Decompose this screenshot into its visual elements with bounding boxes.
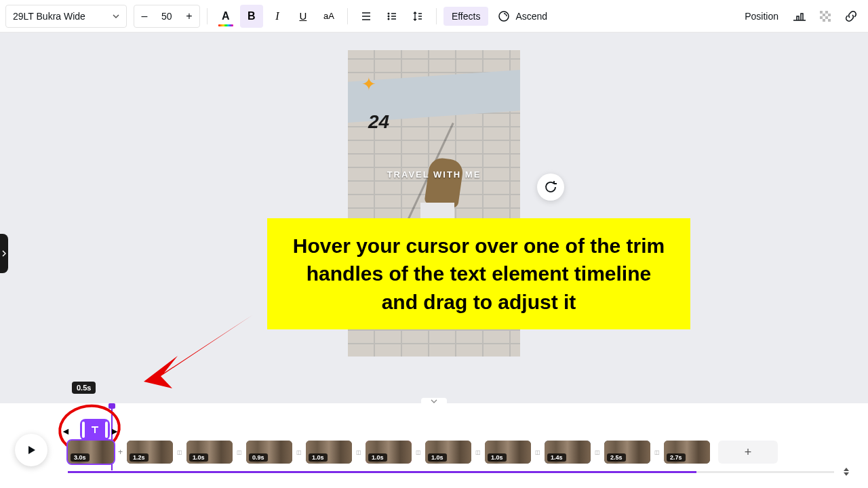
instruction-callout: Hover your cursor over one of the trim h… (267, 218, 690, 329)
svg-rect-6 (823, 14, 825, 16)
add-transition-button[interactable]: + (117, 447, 124, 457)
timeline-panel: 0.5s ◄ ► 3.0s + 1.2s ◫ 1.0s ◫ 0.9s ◫ 1.0… (0, 403, 868, 488)
video-clip[interactable]: 1.0s (366, 441, 412, 464)
align-button[interactable] (355, 5, 378, 28)
position-button[interactable]: Position (738, 7, 785, 26)
video-clip[interactable]: 2.7s (664, 441, 710, 464)
svg-point-1 (387, 15, 389, 17)
divider (207, 8, 208, 24)
svg-rect-7 (828, 14, 831, 16)
resize-arrow-left-icon: ◄ (61, 426, 71, 436)
animate-button[interactable]: Ascend (491, 6, 554, 26)
nudge-button[interactable] (788, 5, 811, 28)
video-clip[interactable]: 1.4s (545, 441, 591, 464)
case-button[interactable]: aA (317, 5, 340, 28)
transition-icon[interactable]: ◫ (176, 449, 184, 455)
divider (347, 8, 348, 24)
timeline-scrollbar-fill (68, 471, 696, 473)
list-button[interactable] (380, 5, 403, 28)
text-color-icon: A (222, 10, 230, 22)
video-clip[interactable]: 1.0s (485, 441, 531, 464)
svg-rect-11 (828, 19, 831, 22)
red-arrow-annotation (123, 308, 259, 396)
resize-arrow-right-icon: ► (110, 426, 119, 436)
link-icon (844, 9, 858, 23)
nudge-icon (792, 9, 807, 23)
transparency-icon (818, 9, 832, 23)
align-icon (361, 11, 372, 22)
video-clip[interactable]: 3.0s (68, 441, 114, 464)
add-page-button[interactable]: + (718, 441, 778, 464)
zoom-out-icon (844, 472, 849, 476)
color-spectrum-icon (218, 24, 233, 26)
video-clip[interactable]: 1.0s (425, 441, 471, 464)
divider (436, 8, 437, 24)
video-clip[interactable]: 0.9s (246, 441, 292, 464)
transition-icon[interactable]: ◫ (534, 449, 542, 455)
svg-rect-9 (825, 16, 828, 19)
font-size-decrease[interactable]: – (134, 5, 155, 27)
transition-icon[interactable]: ◫ (235, 449, 243, 455)
text-toolbar: 29LT Bukra Wide – + A B I U aA Effects A… (0, 0, 868, 33)
font-family-select[interactable]: 29LT Bukra Wide (5, 5, 127, 28)
chevron-down-icon (113, 13, 119, 20)
timeline-collapse-tab[interactable] (421, 398, 447, 405)
underline-icon: U (299, 10, 307, 22)
trim-handle-left[interactable] (82, 422, 85, 438)
list-icon (387, 11, 397, 22)
zoom-in-icon (844, 468, 849, 471)
animate-label: Ascend (515, 11, 547, 22)
italic-icon: I (275, 10, 279, 22)
video-clip[interactable]: 1.2s (127, 441, 173, 464)
shoe-shape (424, 157, 464, 208)
timeline-scrollbar[interactable] (68, 471, 834, 473)
transition-icon[interactable]: ◫ (474, 449, 482, 455)
svg-point-0 (387, 12, 389, 14)
underline-button[interactable]: U (292, 5, 315, 28)
transition-icon[interactable]: ◫ (355, 449, 363, 455)
refresh-icon (544, 180, 557, 194)
travel-headline[interactable]: TRAVEL WITH ME (348, 169, 520, 180)
animate-icon (498, 10, 510, 22)
video-clip[interactable]: 1.0s (306, 441, 352, 464)
link-button[interactable] (840, 5, 863, 28)
text-color-button[interactable]: A (214, 5, 237, 28)
text-clip[interactable]: ◄ ► (80, 419, 110, 441)
transition-icon[interactable]: ◫ (295, 449, 303, 455)
svg-rect-8 (820, 16, 823, 19)
video-clips-track: 3.0s + 1.2s ◫ 1.0s ◫ 0.9s ◫ 1.0s ◫ 1.0s … (68, 441, 834, 464)
effects-button[interactable]: Effects (443, 7, 489, 26)
font-size-control: – + (134, 5, 200, 28)
chevron-right-icon (2, 250, 6, 257)
regenerate-button[interactable] (537, 174, 564, 201)
spacing-button[interactable] (406, 5, 429, 28)
timeline-zoom-control[interactable] (844, 468, 849, 476)
video-clip[interactable]: 2.5s (604, 441, 650, 464)
svg-point-2 (387, 18, 389, 20)
font-size-increase[interactable]: + (179, 5, 199, 27)
transition-icon[interactable]: ◫ (414, 449, 422, 455)
play-button[interactable] (15, 434, 47, 466)
svg-point-3 (499, 12, 509, 21)
trim-handle-right[interactable] (105, 422, 108, 438)
italic-button[interactable]: I (266, 5, 289, 28)
instruction-text: Hover your cursor over one of the trim h… (288, 232, 670, 316)
text-element-track: 0.5s ◄ ► (60, 407, 110, 441)
bold-button[interactable]: B (240, 5, 263, 28)
svg-rect-4 (820, 11, 823, 14)
text-clip-icon (90, 425, 100, 434)
font-name-label: 29LT Bukra Wide (13, 11, 85, 22)
svg-rect-10 (823, 19, 825, 22)
case-icon: aA (323, 11, 334, 21)
duration-tooltip: 0.5s (72, 382, 96, 394)
transition-icon[interactable]: ◫ (653, 449, 661, 455)
spacing-icon (412, 11, 423, 22)
font-size-input[interactable] (155, 11, 179, 22)
sparkle-icon: ✦ (361, 74, 376, 95)
transition-icon[interactable]: ◫ (593, 449, 601, 455)
chevron-down-icon (431, 399, 437, 403)
video-clip[interactable]: 1.0s (186, 441, 233, 464)
play-icon (26, 445, 37, 455)
transparency-button[interactable] (814, 5, 837, 28)
left-panel-toggle[interactable] (0, 234, 8, 273)
